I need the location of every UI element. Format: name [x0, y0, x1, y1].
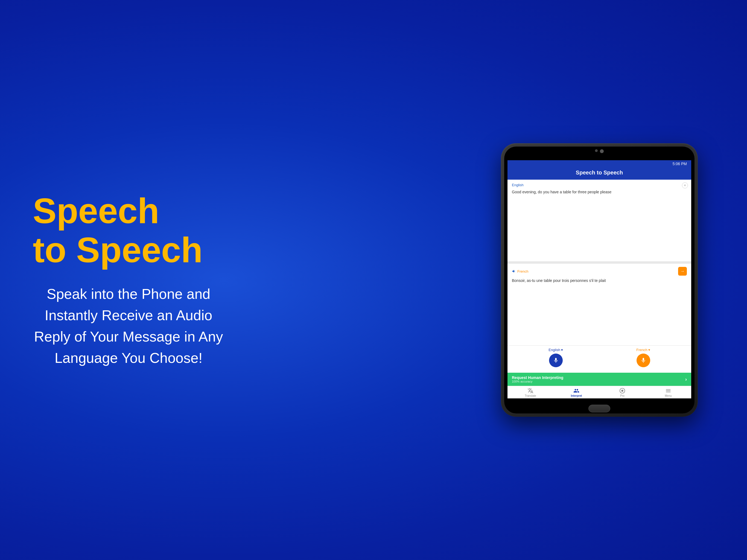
menu-icon [665, 388, 671, 394]
tablet-device: 5:06 PM Speech to Speech English × Good … [501, 143, 698, 417]
interpret-title: Request Human Interpreting [512, 376, 563, 380]
french-language-dropdown[interactable]: French ▾ [636, 348, 650, 352]
left-promo-section: Speech to Speech Speak into the Phone an… [33, 192, 224, 368]
status-time: 5:06 PM [673, 161, 687, 166]
pro-icon [619, 388, 625, 394]
english-language-dropdown[interactable]: English ▾ [548, 348, 563, 352]
nav-label-interpret: Interpret [571, 394, 582, 397]
microphone-controls: English ▾ Frenc [508, 345, 691, 373]
french-speech-text: Bonsoir, as-tu une table pour trois pers… [512, 278, 687, 284]
hero-title-line2: to Speech [33, 230, 203, 270]
mic-icon-orange [640, 357, 646, 363]
english-speech-text: Good evening, do you have a table for th… [512, 189, 687, 195]
nav-label-pro: Pro [620, 394, 624, 397]
camera-dot-1 [595, 149, 598, 152]
app-header: Speech to Speech [508, 167, 691, 180]
language-buttons-row: English ▾ Frenc [512, 348, 687, 367]
home-button[interactable] [588, 405, 610, 412]
main-content: English × Good evening, do you have a ta… [508, 180, 691, 345]
translate-icon [527, 388, 534, 394]
french-panel: French → Bonsoir, as-tu une table pour t… [508, 263, 691, 345]
french-panel-header: French → [512, 267, 687, 276]
hero-subtitle: Speak into the Phone and Instantly Recei… [33, 283, 224, 368]
interpret-arrow-icon: › [685, 377, 687, 382]
english-language-label: English [512, 183, 687, 187]
app-title: Speech to Speech [512, 170, 687, 176]
bottom-navigation: Translate Interpret Pro [508, 386, 691, 399]
english-mic-button[interactable] [549, 354, 563, 367]
mic-icon-blue [553, 357, 559, 363]
interpret-text-block: Request Human Interpreting 100% accuracy [512, 376, 563, 383]
camera-dot-2 [600, 149, 604, 153]
svg-point-1 [621, 390, 623, 391]
translate-arrow-button[interactable]: → [678, 267, 687, 276]
speaker-icon [512, 269, 516, 274]
nav-item-menu[interactable]: Menu [645, 388, 691, 397]
english-panel: English × Good evening, do you have a ta… [508, 180, 691, 262]
human-interpreting-banner[interactable]: Request Human Interpreting 100% accuracy… [508, 373, 691, 386]
camera-area [595, 149, 604, 153]
app-screen: 5:06 PM Speech to Speech English × Good … [508, 160, 691, 399]
status-bar: 5:06 PM [508, 160, 691, 167]
nav-item-translate[interactable]: Translate [508, 388, 553, 397]
french-mic-section: French ▾ [636, 348, 650, 367]
hero-title: Speech to Speech [33, 192, 224, 270]
tablet-outer-shell: 5:06 PM Speech to Speech English × Good … [501, 143, 698, 417]
french-language-label: French [517, 269, 528, 274]
nav-item-interpret[interactable]: Interpret [553, 388, 599, 397]
english-mic-section: English ▾ [548, 348, 563, 367]
hero-title-line1: Speech [33, 191, 159, 231]
speaker-icon-area: French [512, 269, 528, 274]
nav-item-pro[interactable]: Pro [599, 388, 645, 397]
french-mic-button[interactable] [637, 354, 650, 367]
nav-label-menu: Menu [665, 394, 672, 397]
nav-label-translate: Translate [525, 394, 536, 397]
interpret-icon [573, 388, 579, 394]
interpret-subtitle: 100% accuracy [512, 380, 563, 383]
tablet-inner-bezel: 5:06 PM Speech to Speech English × Good … [504, 147, 695, 413]
close-button[interactable]: × [682, 182, 688, 188]
